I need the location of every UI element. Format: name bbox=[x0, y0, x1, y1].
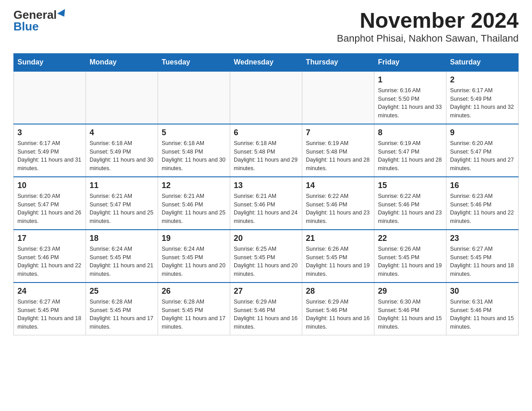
calendar-day-cell: 13Sunrise: 6:21 AMSunset: 5:46 PMDayligh… bbox=[230, 177, 302, 230]
day-number: 8 bbox=[378, 128, 442, 137]
calendar-day-cell: 3Sunrise: 6:17 AMSunset: 5:49 PMDaylight… bbox=[14, 124, 86, 177]
day-info: Sunrise: 6:18 AMSunset: 5:48 PMDaylight:… bbox=[162, 139, 226, 173]
day-number: 15 bbox=[378, 181, 442, 190]
day-number: 2 bbox=[450, 75, 515, 85]
calendar-day-cell: 1Sunrise: 6:16 AMSunset: 5:50 PMDaylight… bbox=[374, 71, 446, 124]
day-number: 28 bbox=[306, 287, 370, 296]
calendar-week-row: 1Sunrise: 6:16 AMSunset: 5:50 PMDaylight… bbox=[14, 71, 519, 124]
calendar-header: SundayMondayTuesdayWednesdayThursdayFrid… bbox=[14, 53, 519, 71]
calendar-day-header: Tuesday bbox=[158, 53, 230, 71]
calendar-day-header: Monday bbox=[86, 53, 158, 71]
calendar-day-cell: 20Sunrise: 6:25 AMSunset: 5:45 PMDayligh… bbox=[230, 230, 302, 283]
calendar-week-row: 17Sunrise: 6:23 AMSunset: 5:46 PMDayligh… bbox=[14, 230, 519, 283]
calendar-day-cell: 6Sunrise: 6:18 AMSunset: 5:48 PMDaylight… bbox=[230, 124, 302, 177]
logo-general-text: General bbox=[13, 9, 57, 21]
calendar-day-cell: 14Sunrise: 6:22 AMSunset: 5:46 PMDayligh… bbox=[302, 177, 374, 230]
calendar-day-cell: 28Sunrise: 6:29 AMSunset: 5:46 PMDayligh… bbox=[302, 283, 374, 335]
calendar-day-cell: 30Sunrise: 6:31 AMSunset: 5:46 PMDayligh… bbox=[446, 283, 519, 335]
calendar-day-cell: 22Sunrise: 6:26 AMSunset: 5:45 PMDayligh… bbox=[374, 230, 446, 283]
calendar-day-cell bbox=[302, 71, 374, 124]
day-number: 13 bbox=[234, 181, 298, 190]
day-info: Sunrise: 6:23 AMSunset: 5:46 PMDaylight:… bbox=[17, 245, 82, 278]
calendar-day-cell: 9Sunrise: 6:20 AMSunset: 5:47 PMDaylight… bbox=[446, 124, 519, 177]
day-number: 26 bbox=[162, 287, 226, 296]
day-info: Sunrise: 6:30 AMSunset: 5:46 PMDaylight:… bbox=[378, 298, 442, 331]
day-info: Sunrise: 6:26 AMSunset: 5:45 PMDaylight:… bbox=[378, 245, 442, 278]
day-number: 25 bbox=[90, 287, 154, 296]
page-header: General Blue November 2024 Banphot Phisa… bbox=[13, 9, 519, 44]
calendar-day-cell bbox=[14, 71, 86, 124]
day-info: Sunrise: 6:18 AMSunset: 5:48 PMDaylight:… bbox=[234, 139, 298, 173]
calendar-week-row: 10Sunrise: 6:20 AMSunset: 5:47 PMDayligh… bbox=[14, 177, 519, 230]
calendar-day-cell: 12Sunrise: 6:21 AMSunset: 5:46 PMDayligh… bbox=[158, 177, 230, 230]
calendar-day-cell: 2Sunrise: 6:17 AMSunset: 5:49 PMDaylight… bbox=[446, 71, 519, 124]
day-number: 20 bbox=[234, 234, 298, 243]
calendar-day-cell: 5Sunrise: 6:18 AMSunset: 5:48 PMDaylight… bbox=[158, 124, 230, 177]
day-info: Sunrise: 6:27 AMSunset: 5:45 PMDaylight:… bbox=[450, 245, 515, 278]
day-number: 16 bbox=[450, 181, 515, 190]
calendar-week-row: 3Sunrise: 6:17 AMSunset: 5:49 PMDaylight… bbox=[14, 124, 519, 177]
day-number: 1 bbox=[378, 75, 442, 85]
calendar-week-row: 24Sunrise: 6:27 AMSunset: 5:45 PMDayligh… bbox=[14, 283, 519, 335]
day-info: Sunrise: 6:21 AMSunset: 5:46 PMDaylight:… bbox=[162, 192, 226, 226]
calendar-day-cell: 21Sunrise: 6:26 AMSunset: 5:45 PMDayligh… bbox=[302, 230, 374, 283]
day-info: Sunrise: 6:20 AMSunset: 5:47 PMDaylight:… bbox=[17, 192, 82, 226]
day-number: 29 bbox=[378, 287, 442, 296]
calendar-table: SundayMondayTuesdayWednesdayThursdayFrid… bbox=[13, 53, 519, 335]
calendar-day-cell: 29Sunrise: 6:30 AMSunset: 5:46 PMDayligh… bbox=[374, 283, 446, 335]
calendar-day-cell bbox=[86, 71, 158, 124]
calendar-day-cell: 25Sunrise: 6:28 AMSunset: 5:45 PMDayligh… bbox=[86, 283, 158, 335]
day-number: 22 bbox=[378, 234, 442, 243]
calendar-header-row: SundayMondayTuesdayWednesdayThursdayFrid… bbox=[14, 53, 519, 71]
calendar-day-cell bbox=[158, 71, 230, 124]
day-number: 27 bbox=[234, 287, 298, 296]
calendar-day-cell: 23Sunrise: 6:27 AMSunset: 5:45 PMDayligh… bbox=[446, 230, 519, 283]
day-number: 18 bbox=[90, 234, 154, 243]
day-info: Sunrise: 6:17 AMSunset: 5:49 PMDaylight:… bbox=[450, 86, 515, 120]
day-number: 12 bbox=[162, 181, 226, 190]
calendar-day-cell: 19Sunrise: 6:24 AMSunset: 5:45 PMDayligh… bbox=[158, 230, 230, 283]
day-info: Sunrise: 6:26 AMSunset: 5:45 PMDaylight:… bbox=[306, 245, 370, 278]
calendar-day-cell bbox=[230, 71, 302, 124]
day-number: 24 bbox=[17, 287, 82, 296]
calendar-day-header: Sunday bbox=[14, 53, 86, 71]
day-number: 5 bbox=[162, 128, 226, 137]
calendar-day-cell: 15Sunrise: 6:22 AMSunset: 5:46 PMDayligh… bbox=[374, 177, 446, 230]
day-number: 10 bbox=[17, 181, 82, 190]
day-info: Sunrise: 6:22 AMSunset: 5:46 PMDaylight:… bbox=[378, 192, 442, 226]
day-number: 19 bbox=[162, 234, 226, 243]
day-info: Sunrise: 6:31 AMSunset: 5:46 PMDaylight:… bbox=[450, 298, 515, 331]
calendar-day-cell: 27Sunrise: 6:29 AMSunset: 5:46 PMDayligh… bbox=[230, 283, 302, 335]
day-number: 3 bbox=[17, 128, 82, 137]
logo-triangle-icon bbox=[57, 9, 68, 19]
day-number: 6 bbox=[234, 128, 298, 137]
calendar-day-header: Thursday bbox=[302, 53, 374, 71]
logo-blue-text: Blue bbox=[13, 21, 39, 32]
day-info: Sunrise: 6:25 AMSunset: 5:45 PMDaylight:… bbox=[234, 245, 298, 278]
day-info: Sunrise: 6:27 AMSunset: 5:45 PMDaylight:… bbox=[17, 298, 82, 331]
calendar-day-cell: 8Sunrise: 6:19 AMSunset: 5:47 PMDaylight… bbox=[374, 124, 446, 177]
calendar-day-cell: 10Sunrise: 6:20 AMSunset: 5:47 PMDayligh… bbox=[14, 177, 86, 230]
calendar-subtitle: Banphot Phisai, Nakhon Sawan, Thailand bbox=[337, 33, 519, 44]
calendar-day-cell: 11Sunrise: 6:21 AMSunset: 5:47 PMDayligh… bbox=[86, 177, 158, 230]
day-info: Sunrise: 6:29 AMSunset: 5:46 PMDaylight:… bbox=[234, 298, 298, 331]
day-number: 7 bbox=[306, 128, 370, 137]
calendar-body: 1Sunrise: 6:16 AMSunset: 5:50 PMDaylight… bbox=[14, 71, 519, 335]
day-info: Sunrise: 6:18 AMSunset: 5:49 PMDaylight:… bbox=[90, 139, 154, 173]
day-number: 4 bbox=[90, 128, 154, 137]
day-number: 14 bbox=[306, 181, 370, 190]
day-info: Sunrise: 6:21 AMSunset: 5:47 PMDaylight:… bbox=[90, 192, 154, 226]
calendar-day-cell: 18Sunrise: 6:24 AMSunset: 5:45 PMDayligh… bbox=[86, 230, 158, 283]
day-number: 23 bbox=[450, 234, 515, 243]
day-number: 30 bbox=[450, 287, 515, 296]
day-info: Sunrise: 6:16 AMSunset: 5:50 PMDaylight:… bbox=[378, 86, 442, 120]
calendar-title: November 2024 bbox=[337, 9, 519, 33]
calendar-day-header: Saturday bbox=[446, 53, 519, 71]
calendar-day-cell: 17Sunrise: 6:23 AMSunset: 5:46 PMDayligh… bbox=[14, 230, 86, 283]
day-info: Sunrise: 6:24 AMSunset: 5:45 PMDaylight:… bbox=[162, 245, 226, 278]
title-block: November 2024 Banphot Phisai, Nakhon Saw… bbox=[337, 9, 519, 44]
day-info: Sunrise: 6:22 AMSunset: 5:46 PMDaylight:… bbox=[306, 192, 370, 226]
calendar-day-cell: 4Sunrise: 6:18 AMSunset: 5:49 PMDaylight… bbox=[86, 124, 158, 177]
day-info: Sunrise: 6:29 AMSunset: 5:46 PMDaylight:… bbox=[306, 298, 370, 331]
calendar-day-header: Wednesday bbox=[230, 53, 302, 71]
